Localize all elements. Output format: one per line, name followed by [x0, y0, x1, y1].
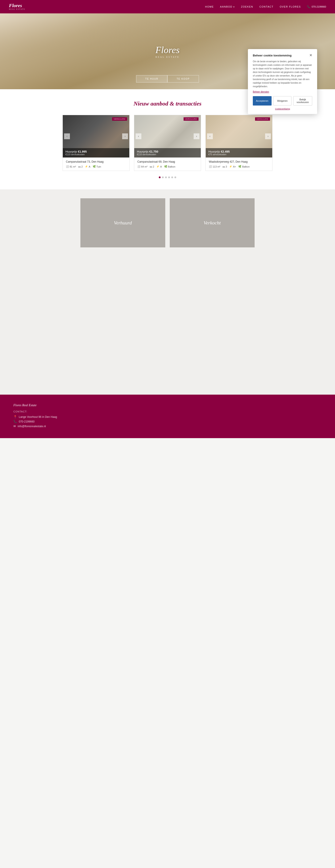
logo-name: Flores: [9, 3, 25, 8]
feature-icon: 🌿: [164, 165, 167, 168]
listing-service: €110 servicekosten: [65, 153, 127, 156]
feature-icon: 🌿: [238, 165, 242, 168]
listing-prev-btn[interactable]: ‹: [136, 133, 141, 139]
footer-email: info@floresrealestate.nl: [18, 425, 46, 428]
location-icon: 📍: [13, 415, 17, 418]
listing-address: Waalsdorperweg 427, Den Haag: [209, 160, 269, 163]
listing-price: Huurprijs €2.495: [208, 150, 270, 153]
listings-grid: VERHUURD ‹ › Huurprijs €1.995 €110 servi…: [13, 115, 322, 171]
listing-next-btn[interactable]: ›: [194, 133, 199, 139]
cookie-reject-btn[interactable]: Weigeren: [273, 96, 291, 105]
listing-image: VERHUURD ‹ › Huurprijs €2.495 €75 servic…: [206, 115, 272, 157]
verhuurd-card[interactable]: Verhuurd: [80, 198, 165, 247]
price-value: €2.495: [221, 150, 230, 153]
dot-4[interactable]: [168, 177, 170, 178]
spec-energy-val: A: [160, 165, 162, 168]
energy-icon: ⚡: [229, 165, 232, 168]
rooms-icon: 🛏: [222, 165, 225, 168]
size-icon: ⬜: [209, 165, 212, 168]
cookie-info-link[interactable]: Cookieverklaring: [253, 108, 312, 110]
price-label: Huurprijs: [65, 150, 77, 153]
price-label: Huurprijs: [137, 150, 148, 153]
dot-6[interactable]: [174, 177, 176, 178]
listing-service: €75 servicekosten: [208, 153, 270, 156]
spec-rooms-val: 2: [153, 165, 154, 168]
nav-zoeken[interactable]: ZOEKEN: [241, 5, 253, 8]
dot-2[interactable]: [162, 177, 164, 178]
hero-btn-huur[interactable]: TE HUUR: [136, 75, 167, 83]
listing-address: Campanulastraat 69, Den Haag: [137, 160, 198, 163]
feature-icon: 🌿: [93, 165, 96, 168]
cookie-manage-link[interactable]: Beheer diensten: [253, 91, 312, 93]
rooms-icon: 🛏: [78, 165, 81, 168]
rooms-icon: 🛏: [150, 165, 152, 168]
nav-aanbod[interactable]: AANBOD: [220, 5, 235, 8]
spec-rooms: 🛏2: [78, 165, 83, 168]
price-value: €1.995: [78, 150, 87, 153]
footer-company: Flores Real Estate: [13, 404, 322, 407]
listing-price-box: Huurprijs €1.750 €110 servicekosten: [134, 148, 201, 157]
listing-prev-btn[interactable]: ‹: [64, 133, 70, 139]
energy-icon: ⚡: [85, 165, 88, 168]
listing-image: VERHUURD ‹ › Huurprijs €1.750 €110 servi…: [134, 115, 201, 157]
listing-address: Campanulastraat 73, Den Haag: [66, 160, 126, 163]
nav-over[interactable]: OVER FLORES: [280, 5, 301, 8]
nav-home[interactable]: HOME: [205, 5, 214, 8]
listing-badge: VERHUURD: [255, 117, 270, 121]
listing-prev-btn[interactable]: ‹: [207, 133, 213, 139]
price-value: €1.750: [149, 150, 158, 153]
hero-btn-koop[interactable]: TE KOOP: [167, 75, 199, 83]
verkocht-card[interactable]: Verkocht: [170, 198, 255, 247]
spec-rooms-val: 3: [226, 165, 227, 168]
hero-buttons: TE HUUR TE KOOP: [136, 75, 199, 83]
nav-phone[interactable]: 070-2199660: [307, 5, 326, 8]
listing-next-btn[interactable]: ›: [122, 133, 128, 139]
spec-size: ⬜113 m²: [209, 165, 220, 168]
logo-sub: REAL ESTATE: [9, 8, 25, 10]
spec-energy: ⚡A: [85, 165, 90, 168]
listing-info: Waalsdorperweg 427, Den Haag ⬜113 m² 🛏3 …: [206, 157, 272, 170]
listing-card[interactable]: VERHUURD ‹ › Huurprijs €2.495 €75 servic…: [205, 115, 273, 171]
cookie-accept-btn[interactable]: Accepteren: [253, 96, 272, 105]
listing-price-box: Huurprijs €2.495 €75 servicekosten: [206, 148, 272, 157]
listing-info: Campanulastraat 69, Den Haag ⬜64 m² 🛏2 ⚡…: [134, 157, 201, 170]
spec-energy: ⚡A+: [229, 165, 236, 168]
email-icon: ✉: [13, 425, 16, 428]
listing-image: VERHUURD ‹ › Huurprijs €1.995 €110 servi…: [63, 115, 129, 157]
cookie-body: Om de beste ervaringen te bieden, gebrui…: [253, 60, 312, 88]
footer-contact-label: Contact:: [13, 410, 322, 413]
cookie-prefs-btn[interactable]: Bekijk voorkeuren: [293, 96, 312, 105]
cookie-buttons: Accepteren Weigeren Bekijk voorkeuren: [253, 96, 312, 105]
cookie-modal: Beheer cookie toestemming ✕ Om de beste …: [248, 49, 317, 114]
cookie-close-btn[interactable]: ✕: [309, 54, 312, 57]
listing-badge: VERHUURD: [112, 117, 127, 121]
dot-3[interactable]: [165, 177, 167, 178]
listing-info: Campanulastraat 73, Den Haag ⬜81 m² 🛏2 ⚡…: [63, 157, 129, 170]
listing-specs: ⬜113 m² 🛏3 ⚡A+ 🌿Balkon: [209, 165, 269, 168]
listing-badge: VERHUURD: [184, 117, 199, 121]
hero-logo-name: Flores: [156, 44, 179, 55]
dot-5[interactable]: [171, 177, 173, 178]
cookie-header: Beheer cookie toestemming ✕: [253, 54, 312, 57]
spec-size-val: 81 m²: [70, 165, 76, 168]
categories-section: Verhuurd Verkocht: [0, 189, 335, 256]
listing-service: €110 servicekosten: [137, 153, 198, 156]
listing-card[interactable]: VERHUURD ‹ › Huurprijs €1.750 €110 servi…: [134, 115, 201, 171]
spec-size-val: 64 m²: [141, 165, 147, 168]
size-icon: ⬜: [66, 165, 69, 168]
verkocht-label: Verkocht: [204, 220, 221, 226]
logo[interactable]: Flores REAL ESTATE: [9, 3, 25, 10]
header: Flores REAL ESTATE HOME AANBOD ZOEKEN CO…: [0, 0, 335, 13]
listing-next-btn[interactable]: ›: [265, 133, 271, 139]
listing-card[interactable]: VERHUURD ‹ › Huurprijs €1.995 €110 servi…: [62, 115, 130, 171]
nav-contact[interactable]: CONTACT: [259, 5, 274, 8]
spec-feature: 🌿Balkon: [164, 165, 175, 168]
dot-1[interactable]: [159, 177, 161, 178]
energy-icon: ⚡: [156, 165, 160, 168]
main-nav: HOME AANBOD ZOEKEN CONTACT OVER FLORES 0…: [205, 5, 326, 8]
phone-icon: 📞: [13, 420, 17, 423]
spec-feature-val: Balkon: [242, 165, 250, 168]
footer-address: Lange Voorhout 96 in Den Haag: [19, 415, 57, 418]
footer-address-line: 📍 Lange Voorhout 96 in Den Haag: [13, 415, 322, 418]
verhuurd-label: Verhuurd: [114, 220, 132, 226]
